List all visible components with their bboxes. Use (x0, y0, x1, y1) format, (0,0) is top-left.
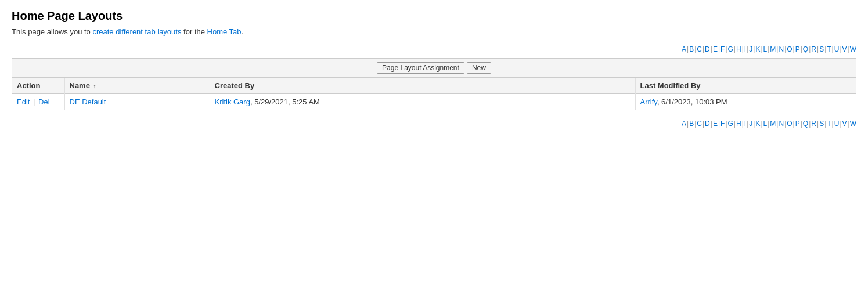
alpha-separator: | (711, 45, 712, 53)
last-modified-by-link[interactable]: Arrify (640, 98, 657, 106)
alpha-separator: | (832, 45, 834, 53)
alpha-separator: | (809, 45, 811, 53)
alpha-separator: | (687, 45, 689, 53)
alpha-link-i[interactable]: I (744, 120, 746, 128)
alpha-link-q[interactable]: Q (803, 120, 808, 128)
page-title: Home Page Layouts (12, 9, 856, 23)
table-body: Edit | DelDE DefaultKritik Garg, 5/29/20… (12, 94, 856, 110)
alpha-link-s[interactable]: S (819, 45, 824, 53)
alpha-link-m[interactable]: M (770, 120, 776, 128)
alpha-separator: | (734, 45, 736, 53)
alpha-link-p[interactable]: P (795, 120, 800, 128)
alpha-separator: | (725, 45, 727, 53)
col-header-created-by: Created By (210, 78, 635, 94)
create-layouts-link[interactable]: create different tab layouts (92, 27, 181, 36)
table-row: Edit | DelDE DefaultKritik Garg, 5/29/20… (12, 94, 856, 110)
alpha-link-j[interactable]: J (749, 120, 752, 128)
alpha-link-j[interactable]: J (749, 45, 752, 53)
alpha-link-g[interactable]: G (728, 45, 733, 53)
alpha-separator: | (694, 120, 696, 128)
alpha-separator: | (747, 45, 748, 53)
last-modified-by-cell: Arrify, 6/1/2023, 10:03 PM (635, 94, 856, 110)
alpha-separator: | (801, 120, 802, 128)
alpha-link-f[interactable]: F (721, 120, 725, 128)
alpha-link-p[interactable]: P (795, 45, 800, 53)
alpha-separator: | (761, 120, 762, 128)
alpha-separator: | (718, 120, 720, 128)
alpha-link-u[interactable]: U (834, 120, 840, 128)
alpha-separator: | (725, 120, 727, 128)
table-container: Page Layout Assignment New Action Name ↑… (12, 58, 856, 110)
alpha-separator: | (817, 45, 819, 53)
alpha-link-c[interactable]: C (697, 45, 702, 53)
new-button[interactable]: New (467, 62, 491, 74)
alpha-link-b[interactable]: B (689, 120, 694, 128)
alpha-link-f[interactable]: F (721, 45, 725, 53)
alpha-separator: | (793, 45, 795, 53)
alpha-separator: | (776, 45, 778, 53)
alpha-link-w[interactable]: W (850, 120, 856, 128)
alphabet-nav-top: A|B|C|D|E|F|G|H|I|J|K|L|M|N|O|P|Q|R|S|T|… (12, 45, 856, 53)
alpha-link-n[interactable]: N (779, 45, 784, 53)
alpha-link-d[interactable]: D (705, 45, 710, 53)
alpha-separator: | (793, 120, 795, 128)
alpha-link-a[interactable]: A (682, 45, 686, 53)
alpha-link-e[interactable]: E (713, 120, 718, 128)
alpha-link-l[interactable]: L (763, 45, 768, 53)
alpha-link-c[interactable]: C (697, 120, 702, 128)
alpha-link-h[interactable]: H (736, 45, 741, 53)
alpha-link-s[interactable]: S (819, 120, 824, 128)
name-link[interactable]: DE Default (70, 98, 106, 106)
alpha-link-d[interactable]: D (705, 120, 710, 128)
alpha-link-i[interactable]: I (744, 45, 746, 53)
action-cell: Edit | Del (12, 94, 64, 110)
alpha-separator: | (742, 120, 744, 128)
created-by-link[interactable]: Kritik Garg (215, 98, 250, 106)
alpha-link-t[interactable]: T (827, 120, 831, 128)
layouts-table: Action Name ↑ Created By Last Modified B… (12, 78, 856, 110)
alpha-separator: | (761, 45, 762, 53)
alpha-link-v[interactable]: V (842, 45, 847, 53)
alpha-separator: | (753, 120, 755, 128)
page-layout-assignment-button[interactable]: Page Layout Assignment (377, 62, 464, 74)
alpha-link-a[interactable]: A (682, 120, 686, 128)
del-link[interactable]: Del (38, 98, 50, 106)
alpha-link-t[interactable]: T (827, 45, 831, 53)
alpha-separator: | (801, 45, 802, 53)
alpha-link-q[interactable]: Q (803, 45, 808, 53)
home-tab-link[interactable]: Home Tab (207, 27, 242, 36)
alpha-link-m[interactable]: M (770, 45, 776, 53)
alpha-link-o[interactable]: O (787, 120, 792, 128)
alpha-separator: | (703, 120, 704, 128)
alpha-separator: | (824, 120, 826, 128)
alphabet-nav-bottom: A|B|C|D|E|F|G|H|I|J|K|L|M|N|O|P|Q|R|S|T|… (12, 120, 856, 128)
alpha-link-r[interactable]: R (811, 45, 816, 53)
col-header-last-modified-by: Last Modified By (635, 78, 856, 94)
alpha-link-l[interactable]: L (763, 120, 768, 128)
alpha-separator: | (718, 45, 720, 53)
alpha-link-k[interactable]: K (755, 45, 760, 53)
table-toolbar: Page Layout Assignment New (12, 59, 856, 78)
alpha-separator: | (832, 120, 834, 128)
alpha-link-g[interactable]: G (728, 120, 733, 128)
alpha-link-v[interactable]: V (842, 120, 847, 128)
alpha-link-w[interactable]: W (850, 45, 856, 53)
created-by-cell: Kritik Garg, 5/29/2021, 5:25 AM (210, 94, 635, 110)
alpha-link-o[interactable]: O (787, 45, 792, 53)
edit-link[interactable]: Edit (17, 98, 30, 106)
alpha-separator: | (824, 45, 826, 53)
alpha-link-n[interactable]: N (779, 120, 784, 128)
alpha-link-h[interactable]: H (736, 120, 741, 128)
alpha-separator: | (768, 120, 769, 128)
alpha-separator: | (840, 120, 841, 128)
alpha-link-u[interactable]: U (834, 45, 840, 53)
name-cell: DE Default (64, 94, 210, 110)
alpha-separator: | (734, 120, 736, 128)
col-header-action: Action (12, 78, 64, 94)
alpha-separator: | (784, 120, 786, 128)
alpha-link-r[interactable]: R (811, 120, 816, 128)
alpha-link-k[interactable]: K (755, 120, 760, 128)
alpha-link-b[interactable]: B (689, 45, 694, 53)
table-header: Action Name ↑ Created By Last Modified B… (12, 78, 856, 94)
alpha-link-e[interactable]: E (713, 45, 718, 53)
